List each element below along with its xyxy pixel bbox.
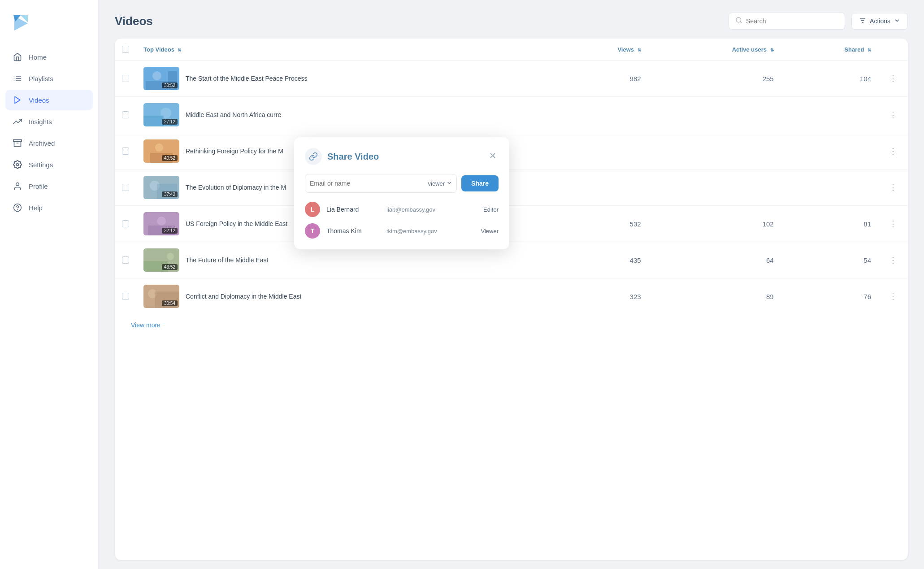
row-checkbox[interactable] xyxy=(122,220,129,227)
shared-user-row: T Thomas Kim tkim@embassy.gov Viewer xyxy=(305,223,499,239)
video-title: Middle East and North Africa curre xyxy=(186,111,281,118)
shared-cell: 104 xyxy=(781,61,878,97)
user-name: Lia Bernard xyxy=(326,206,380,213)
settings-icon xyxy=(13,160,22,169)
sidebar-item-help[interactable]: Help xyxy=(5,197,93,218)
sidebar-item-insights[interactable]: Insights xyxy=(5,111,93,132)
share-email-wrapper: viewer xyxy=(305,174,457,193)
actions-button[interactable]: Actions xyxy=(851,13,908,30)
modal-title: Share Video xyxy=(327,152,379,162)
sort-icon-top-videos: ⇅ xyxy=(178,48,181,52)
actions-label: Actions xyxy=(870,17,890,25)
video-cell: 27:12 Middle East and North Africa curre xyxy=(143,103,551,126)
video-duration: 43:52 xyxy=(162,264,178,270)
row-more-button[interactable]: ⋮ xyxy=(885,72,901,85)
row-checkbox[interactable] xyxy=(122,75,129,82)
col-top-videos[interactable]: Top Videos ⇅ xyxy=(136,39,559,61)
page-title: Videos xyxy=(115,14,153,28)
svg-rect-10 xyxy=(13,140,22,142)
svg-point-12 xyxy=(17,164,19,166)
active-users-cell: 89 xyxy=(648,278,781,315)
modal-close-button[interactable] xyxy=(487,150,499,164)
svg-line-17 xyxy=(740,22,742,23)
sidebar-item-archived[interactable]: Archived xyxy=(5,133,93,153)
svg-point-29 xyxy=(155,143,163,152)
sidebar-item-playlists[interactable]: Playlists xyxy=(5,68,93,89)
user-role: Editor xyxy=(472,206,499,213)
svg-point-38 xyxy=(167,253,174,260)
table-row: 32:12 US Foreign Policy in the Middle Ea… xyxy=(115,206,908,242)
row-more-button[interactable]: ⋮ xyxy=(885,108,901,122)
videos-table: Top Videos ⇅ Views ⇅ Active users ⇅ Shar… xyxy=(115,39,908,314)
video-title: The Start of the Middle East Peace Proce… xyxy=(186,75,308,82)
sidebar-navigation: Home Playlists Videos xyxy=(0,47,98,218)
active-users-cell: 102 xyxy=(648,206,781,242)
actions-chevron-icon xyxy=(894,17,900,25)
sort-icon-views: ⇅ xyxy=(638,48,641,52)
svg-point-35 xyxy=(157,217,166,226)
viewer-role-dropdown[interactable]: viewer xyxy=(428,180,452,187)
svg-rect-27 xyxy=(143,116,164,126)
share-email-input[interactable] xyxy=(310,180,428,187)
share-link-icon xyxy=(305,148,322,165)
sidebar-item-settings[interactable]: Settings xyxy=(5,154,93,175)
user-email: liab@embassy.gov xyxy=(386,206,465,213)
home-icon xyxy=(13,52,22,62)
view-more-link[interactable]: View more xyxy=(115,314,177,336)
search-input[interactable] xyxy=(746,17,838,25)
main-content: Videos Actions xyxy=(99,0,924,569)
active-users-cell xyxy=(648,133,781,169)
table-row: 27:12 Middle East and North Africa curre… xyxy=(115,97,908,133)
sidebar-item-videos[interactable]: Videos xyxy=(5,90,93,110)
row-more-button[interactable]: ⋮ xyxy=(885,217,901,230)
video-duration: 30:54 xyxy=(162,300,178,306)
modal-header: Share Video xyxy=(305,148,499,165)
row-more-button[interactable]: ⋮ xyxy=(885,290,901,303)
row-more-button[interactable]: ⋮ xyxy=(885,253,901,267)
col-views[interactable]: Views ⇅ xyxy=(559,39,648,61)
share-input-row: viewer Share xyxy=(305,174,499,193)
row-checkbox[interactable] xyxy=(122,256,129,264)
video-thumbnail: 30:52 xyxy=(143,67,179,90)
user-role: Viewer xyxy=(472,228,499,235)
row-checkbox[interactable] xyxy=(122,148,129,155)
logo-area xyxy=(0,9,98,47)
share-button[interactable]: Share xyxy=(461,175,499,191)
table-row: 30:52 The Start of the Middle East Peace… xyxy=(115,61,908,97)
sidebar-item-label: Insights xyxy=(29,118,52,126)
viewer-chevron-icon xyxy=(447,180,452,187)
sidebar-item-label: Videos xyxy=(29,96,49,104)
shared-user-row: L Lia Bernard liab@embassy.gov Editor xyxy=(305,202,499,217)
col-active-users[interactable]: Active users ⇅ xyxy=(648,39,781,61)
sidebar-item-profile[interactable]: Profile xyxy=(5,176,93,196)
select-all-header xyxy=(115,39,136,61)
video-thumbnail: 43:52 xyxy=(143,248,179,272)
views-cell xyxy=(559,97,648,133)
active-users-cell: 64 xyxy=(648,242,781,278)
row-checkbox[interactable] xyxy=(122,111,129,118)
search-box[interactable] xyxy=(729,13,845,30)
profile-icon xyxy=(13,181,22,191)
video-thumbnail: 27:12 xyxy=(143,103,179,126)
row-more-button[interactable]: ⋮ xyxy=(885,144,901,158)
row-more-button[interactable]: ⋮ xyxy=(885,181,901,194)
user-avatar-lia: L xyxy=(305,202,320,217)
sidebar-item-home[interactable]: Home xyxy=(5,47,93,67)
shared-cell: 81 xyxy=(781,206,878,242)
sort-icon-shared: ⇅ xyxy=(868,48,871,52)
row-checkbox[interactable] xyxy=(122,293,129,300)
row-checkbox[interactable] xyxy=(122,184,129,191)
video-thumbnail: 40:52 xyxy=(143,139,179,163)
shared-cell: 76 xyxy=(781,278,878,315)
video-cell: 30:54 Conflict and Diplomacy in the Midd… xyxy=(143,285,551,308)
sidebar-item-label: Help xyxy=(29,204,43,212)
shared-cell xyxy=(781,169,878,206)
sidebar-item-label: Playlists xyxy=(29,75,53,83)
video-title: Conflict and Diplomacy in the Middle Eas… xyxy=(186,293,301,300)
sidebar-item-label: Archived xyxy=(29,139,55,147)
col-shared[interactable]: Shared ⇅ xyxy=(781,39,878,61)
select-all-checkbox[interactable] xyxy=(122,46,129,53)
modal-title-area: Share Video xyxy=(305,148,379,165)
svg-marker-9 xyxy=(15,97,20,104)
views-cell: 323 xyxy=(559,278,648,315)
